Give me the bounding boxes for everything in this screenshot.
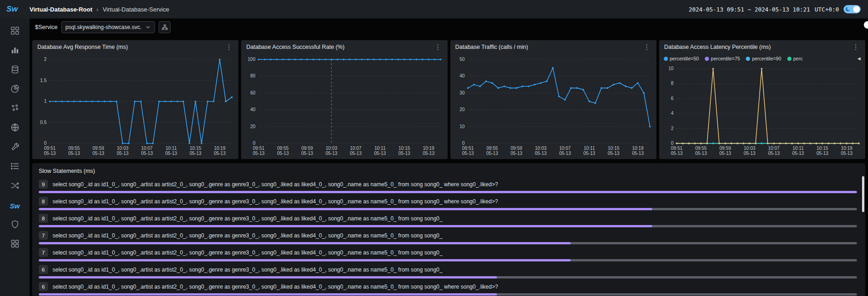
legend-item[interactable]: percentile=90 <box>746 56 781 61</box>
svg-text:40: 40 <box>250 107 256 112</box>
sidebar-item-list[interactable] <box>4 158 25 176</box>
service-select[interactable]: psql.skywalking-showcase.svc. <box>61 21 155 33</box>
statement-value-badge: 9 <box>39 180 48 189</box>
breadcrumb-root[interactable]: Virtual-Database-Root <box>30 6 92 13</box>
sidebar-item-charts[interactable] <box>4 41 25 60</box>
apps-icon <box>10 239 20 250</box>
legend-item[interactable]: percentile=50 <box>664 56 699 61</box>
statement-row[interactable]: 6 select song0_.id as id1_0_, song0_.art… <box>39 282 859 296</box>
chart-title: Database Traffic (calls / min) <box>455 44 528 50</box>
statement-bar-fill <box>39 259 571 261</box>
svg-text:8: 8 <box>671 81 673 86</box>
statement-row[interactable]: 8 select song0_.id as id1_0_, song0_.art… <box>39 214 859 227</box>
svg-text:05-13: 05-13 <box>325 151 337 156</box>
chart-plot-avg-response-time[interactable]: 00.511.5209:5105-1309:5505-1309:5905-131… <box>32 54 238 159</box>
svg-text:10:03: 10:03 <box>117 146 128 151</box>
statement-row[interactable]: 7 select song0_.id as id1_0_, song0_.art… <box>39 231 859 244</box>
svg-text:05-13: 05-13 <box>841 151 853 156</box>
svg-text:10: 10 <box>459 124 465 129</box>
breadcrumb-service[interactable]: Virtual-Database-Service <box>103 6 169 13</box>
sidebar-item-dashboard[interactable] <box>4 22 25 41</box>
statement-value-badge: 6 <box>39 282 48 291</box>
svg-text:10:11: 10:11 <box>374 146 386 151</box>
svg-text:10:19: 10:19 <box>841 146 852 151</box>
legend-item[interactable]: perc <box>787 56 803 61</box>
legend-item[interactable]: percentile=75 <box>705 56 740 61</box>
statement-row[interactable]: 7 select song0_.id as id1_0_, song0_.art… <box>39 248 859 261</box>
svg-text:05-13: 05-13 <box>68 151 80 156</box>
chart-plot-traffic[interactable]: 0102030405009:5105-1309:5505-1309:5905-1… <box>450 54 656 159</box>
statement-row[interactable]: 9 select song0_.id as id1_0_, song0_.art… <box>39 180 859 193</box>
svg-text:05-13: 05-13 <box>535 151 547 156</box>
slow-statements-list: 9 select song0_.id as id1_0_, song0_.art… <box>39 180 859 296</box>
chart-plot-latency-percentile[interactable]: 024681009:5105-1309:5505-1309:5905-1310:… <box>659 63 865 159</box>
globe-icon <box>10 123 20 134</box>
topology-button[interactable] <box>159 21 171 33</box>
svg-text:10:07: 10:07 <box>141 146 153 151</box>
statement-row[interactable]: 8 select song0_.id as id1_0_, song0_.art… <box>39 197 859 210</box>
chevron-down-icon <box>145 24 151 30</box>
skywalking-app: Sw Virtual-Database-Root › Virtual-Datab… <box>0 0 868 296</box>
sidebar-item-topology[interactable] <box>4 177 25 195</box>
statement-sql-text: select song0_.id as id1_0_, song0_.artis… <box>53 266 443 273</box>
utc-offset[interactable]: UTC+0:0 <box>815 6 839 13</box>
svg-text:10:19: 10:19 <box>423 146 434 151</box>
svg-text:20: 20 <box>250 124 256 129</box>
theme-toggle[interactable] <box>844 5 861 13</box>
statement-row[interactable]: 6 select song0_.id as id1_0_, song0_.art… <box>39 265 859 278</box>
chart-title: Database Avg Response Time (ms) <box>37 44 128 50</box>
svg-text:05-13: 05-13 <box>423 151 435 156</box>
chart-canvas[interactable]: 0102030405009:5105-1309:5505-1309:5905-1… <box>450 54 656 159</box>
statement-value-badge: 7 <box>39 231 48 240</box>
statement-bar-track <box>39 225 857 227</box>
statement-bar-track <box>39 208 857 210</box>
chart-canvas[interactable]: 024681009:5105-1309:5505-1309:5905-1310:… <box>659 63 865 159</box>
sidebar-item-skywalking[interactable]: Sw <box>4 196 25 215</box>
svg-text:05-13: 05-13 <box>117 151 129 156</box>
moon-icon <box>845 7 850 12</box>
svg-text:05-13: 05-13 <box>165 151 177 156</box>
svg-text:05-13: 05-13 <box>462 151 474 156</box>
header-right: 2024-05-13 09:51 ~ 2024-05-13 10:21 UTC+… <box>689 5 861 13</box>
top-header: Sw Virtual-Database-Root › Virtual-Datab… <box>0 0 868 18</box>
time-range-picker[interactable]: 2024-05-13 09:51 ~ 2024-05-13 10:21 <box>689 6 810 13</box>
svg-text:05-13: 05-13 <box>671 151 683 156</box>
svg-text:09:51: 09:51 <box>671 146 682 151</box>
skywalking-logo[interactable]: Sw <box>6 5 24 14</box>
sidebar-item-globe[interactable] <box>4 119 25 137</box>
chart-menu-button[interactable]: ⋮ <box>434 43 443 51</box>
scrollbar-thumb[interactable] <box>862 176 864 212</box>
sidebar-item-tools[interactable] <box>4 138 25 157</box>
statement-bar-track <box>39 191 857 193</box>
chart-canvas[interactable]: 00.511.5209:5105-1309:5505-1309:5905-131… <box>32 54 238 159</box>
sidebar-item-apps[interactable] <box>4 235 25 254</box>
chart-menu-button[interactable]: ⋮ <box>224 43 233 51</box>
svg-text:05-13: 05-13 <box>559 151 571 156</box>
svg-text:10:15: 10:15 <box>816 146 828 151</box>
sidebar-item-pie[interactable] <box>4 80 25 99</box>
sidebar-item-scatter[interactable] <box>4 100 25 118</box>
svg-text:05-13: 05-13 <box>632 151 644 156</box>
chart-menu-button[interactable]: ⋮ <box>643 43 651 51</box>
statement-bar-track <box>39 259 857 261</box>
legend-prev-icon[interactable]: ◀ <box>857 56 861 61</box>
sidebar-item-database[interactable] <box>4 61 25 79</box>
svg-text:09:55: 09:55 <box>277 146 289 151</box>
legend-dot-icon <box>664 57 668 61</box>
svg-text:10:07: 10:07 <box>768 146 779 151</box>
svg-text:0: 0 <box>671 141 673 146</box>
chart-canvas[interactable]: 02040608010009:5105-1309:5505-1309:5905-… <box>241 54 447 159</box>
chart-plot-successful-rate[interactable]: 02040608010009:5105-1309:5505-1309:5905-… <box>241 54 447 159</box>
svg-text:0.5: 0.5 <box>40 120 47 125</box>
service-select-value: psql.skywalking-showcase.svc. <box>65 24 142 30</box>
sidebar-item-shield[interactable] <box>4 216 25 234</box>
svg-text:05-13: 05-13 <box>510 151 522 156</box>
floating-action-button[interactable] <box>864 21 868 29</box>
svg-text:10:03: 10:03 <box>744 146 755 151</box>
chart-legend: percentile=50percentile=75percentile=90p… <box>659 54 865 63</box>
svg-text:10:07: 10:07 <box>350 146 361 151</box>
svg-text:05-13: 05-13 <box>744 151 756 156</box>
app-body: Sw $Service psql.skywalking-showcase.svc… <box>0 18 868 296</box>
svg-text:100: 100 <box>248 57 256 62</box>
chart-menu-button[interactable]: ⋮ <box>851 43 860 51</box>
